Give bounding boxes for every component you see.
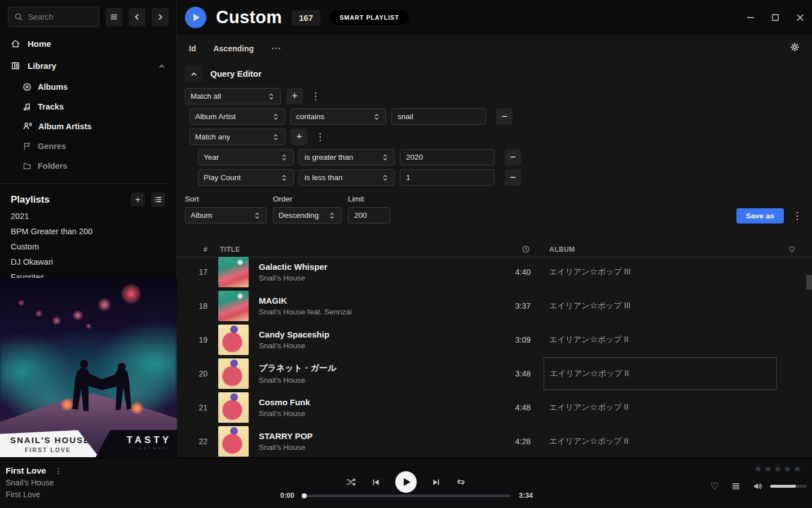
updown-icon xyxy=(381,173,389,182)
seek-knob[interactable] xyxy=(302,493,307,498)
search-input[interactable] xyxy=(28,12,93,21)
rule-value-input[interactable] xyxy=(400,149,495,165)
rule-field-select[interactable]: Play Count xyxy=(198,169,294,186)
group-options-icon[interactable]: ⋮ xyxy=(313,131,327,143)
queue-icon[interactable] xyxy=(731,482,740,491)
volume-slider[interactable] xyxy=(770,485,806,488)
play-playlist-button[interactable] xyxy=(185,7,206,28)
save-options-icon[interactable]: ⋮ xyxy=(790,210,804,222)
play-icon xyxy=(404,478,411,486)
add-playlist-button[interactable]: + xyxy=(131,192,145,207)
next-track-icon[interactable] xyxy=(431,478,441,487)
back-button[interactable] xyxy=(129,8,145,27)
column-header-album[interactable]: ALBUM xyxy=(549,246,786,253)
rating-stars[interactable]: ★★★★★ xyxy=(754,463,803,474)
rule-operator-select[interactable]: is greater than xyxy=(299,149,395,165)
scrollbar-thumb[interactable] xyxy=(806,275,812,290)
favorite-heart-icon[interactable]: ♡ xyxy=(786,245,796,254)
now-playing-album-art[interactable]: SNAIL'S HOUSE FIRST LOVE TASTY GETMAXI xyxy=(0,278,177,457)
playlist-item-custom[interactable]: Custom xyxy=(0,239,176,255)
now-playing-track[interactable]: First Love xyxy=(6,466,46,475)
playlist-header: Custom 167 SMART PLAYLIST xyxy=(177,0,812,35)
play-pause-button[interactable] xyxy=(395,471,417,493)
track-options-icon[interactable]: ⋮ xyxy=(55,466,63,475)
minimize-button[interactable] xyxy=(745,13,755,23)
settings-gear-icon[interactable] xyxy=(790,42,800,52)
rule-field-select[interactable]: Album Artist xyxy=(189,108,285,125)
save-as-button[interactable]: Save as xyxy=(736,208,784,224)
now-playing-album[interactable]: First Love xyxy=(6,490,63,499)
duration-clock-icon[interactable] xyxy=(522,245,533,253)
query-editor-title: Query Editor xyxy=(210,69,262,78)
star-icon[interactable]: ★ xyxy=(754,464,764,474)
sidebar-item-albums[interactable]: Albums xyxy=(23,77,176,97)
order-select[interactable]: Descending xyxy=(273,207,342,224)
sidebar-item-folders[interactable]: Folders xyxy=(23,156,176,176)
match-type-select[interactable]: Match all xyxy=(185,88,281,104)
track-number: 18 xyxy=(177,301,213,310)
column-header-index[interactable]: # xyxy=(177,246,213,253)
star-icon[interactable]: ★ xyxy=(764,464,774,474)
sidebar-item-genres[interactable]: Genres xyxy=(23,136,176,156)
table-row[interactable]: 20プラネット・ガールSnail’s House3:48エイリアン☆ポップ II xyxy=(177,357,812,391)
add-rule-button[interactable]: + xyxy=(291,129,307,145)
sort-select[interactable]: Album xyxy=(185,207,267,224)
remove-rule-button[interactable]: − xyxy=(505,169,521,186)
table-row[interactable]: 19Candy SpaceshipSnail’s House3:09エイリアン☆… xyxy=(177,323,812,357)
repeat-icon[interactable] xyxy=(456,478,466,487)
limit-input[interactable] xyxy=(348,207,390,224)
previous-track-icon[interactable] xyxy=(371,478,381,487)
playlist-item-dj-okawari[interactable]: DJ Okawari xyxy=(0,255,176,270)
maximize-icon xyxy=(771,13,780,22)
remove-rule-button[interactable]: − xyxy=(496,108,513,125)
table-row[interactable]: 21Cosmo FunkSnail’s House4:48エイリアン☆ポップ I… xyxy=(177,391,812,424)
sort-field-button[interactable]: Id xyxy=(189,44,196,53)
updown-icon xyxy=(280,173,288,182)
rule-value-input[interactable] xyxy=(400,169,495,186)
now-playing-artist[interactable]: Snail’s House xyxy=(6,478,63,487)
star-icon[interactable]: ★ xyxy=(774,464,783,474)
maximize-button[interactable] xyxy=(770,13,780,23)
sidebar-item-tracks[interactable]: Tracks xyxy=(23,97,176,116)
star-icon[interactable]: ★ xyxy=(793,464,803,474)
playlist-item-2021[interactable]: 2021 xyxy=(0,209,176,224)
sidebar-item-library[interactable]: Library xyxy=(0,55,176,77)
playlist-list-button[interactable] xyxy=(151,192,165,207)
remove-rule-button[interactable]: − xyxy=(505,149,521,165)
sidebar-item-album-artists[interactable]: Album Artists xyxy=(23,116,176,136)
group-options-icon[interactable]: ⋮ xyxy=(308,90,323,102)
lantern-glow xyxy=(61,397,73,412)
column-header-title[interactable]: TITLE xyxy=(213,246,492,253)
album-art-thumbnail xyxy=(218,426,249,457)
table-row[interactable]: 18MAGIKSnail’s House feat. Sennzai3:37エイ… xyxy=(177,289,812,323)
table-row[interactable]: 17Galactic WhisperSnail’s House4:40エイリアン… xyxy=(177,255,812,289)
volume-icon[interactable] xyxy=(753,481,764,491)
favorite-track-icon[interactable]: ♡ xyxy=(710,480,719,492)
track-number: 19 xyxy=(177,335,213,344)
rule-value-input[interactable] xyxy=(391,108,486,125)
rule-operator-select[interactable]: contains xyxy=(290,108,386,125)
match-type-select[interactable]: Match any xyxy=(189,129,285,145)
menu-button[interactable] xyxy=(105,8,122,27)
track-album[interactable]: エイリアン☆ポップ II xyxy=(544,357,777,390)
playlist-item-bpm-greater-than-200[interactable]: BPM Greater than 200 xyxy=(0,224,176,239)
more-options-icon[interactable]: ⋯ xyxy=(271,42,281,54)
sort-direction-button[interactable]: Ascending xyxy=(213,44,254,53)
seek-bar[interactable] xyxy=(302,494,511,497)
sidebar-item-home[interactable]: Home xyxy=(0,33,176,55)
track-title: STARRY POP xyxy=(259,431,492,441)
track-artist: Snail’s House xyxy=(259,274,492,282)
shuffle-icon[interactable] xyxy=(346,477,356,487)
album-art-artist: SNAIL'S HOUSE xyxy=(10,435,90,445)
forward-button[interactable] xyxy=(152,8,169,27)
table-row[interactable]: 22STARRY POPSnail’s House4:28エイリアン☆ポップ I… xyxy=(177,424,812,457)
star-icon[interactable]: ★ xyxy=(783,464,793,474)
search-box[interactable] xyxy=(8,7,99,27)
rule-operator-select[interactable]: is less than xyxy=(299,169,395,186)
add-rule-button[interactable]: + xyxy=(286,88,303,104)
close-button[interactable] xyxy=(795,13,805,23)
track-duration: 4:40 xyxy=(492,268,533,277)
rule-field-select[interactable]: Year xyxy=(198,149,294,165)
collapse-query-editor-button[interactable] xyxy=(185,65,202,82)
plus-icon: + xyxy=(135,195,140,205)
